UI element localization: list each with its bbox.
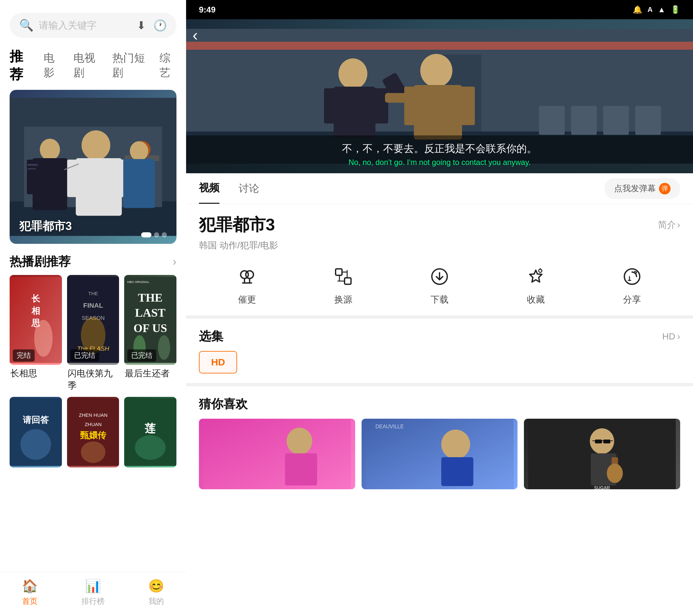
svg-rect-71 <box>336 269 342 275</box>
action-collect[interactable]: 收藏 <box>527 267 545 306</box>
hot-section-header: 热播剧推荐 › <box>0 244 186 275</box>
svg-text:THE: THE <box>88 291 98 296</box>
svg-rect-95 <box>595 440 602 443</box>
svg-point-79 <box>539 269 542 272</box>
svg-rect-72 <box>344 278 351 284</box>
nav-home[interactable]: 🏠 首页 <box>22 578 38 607</box>
tab-shortdrama[interactable]: 热门短剧 <box>112 51 146 80</box>
svg-point-81 <box>624 269 640 284</box>
svg-rect-9 <box>27 168 36 170</box>
svg-text:DEAUVILLE: DEAUVILLE <box>375 424 403 429</box>
drama-card2-1[interactable]: 请回答 <box>9 397 62 468</box>
svg-text:甄嬛传: 甄嬛传 <box>80 431 106 440</box>
nav-tabs: 推荐 电影 电视剧 热门短剧 综艺 <box>0 44 186 90</box>
action-share[interactable]: 分享 <box>623 267 641 306</box>
hot-section-arrow[interactable]: › <box>173 255 176 269</box>
svg-point-102 <box>607 463 623 483</box>
left-panel: 🔍 请输入关键字 ⬇ 🕐 推荐 电影 电视剧 热门短剧 综艺 <box>0 0 186 616</box>
svg-rect-15 <box>123 159 155 208</box>
hero-banner[interactable]: 犯罪都市3 <box>9 90 176 244</box>
download-label: 下载 <box>431 294 449 306</box>
action-cuigeng[interactable]: 催更 <box>238 267 256 306</box>
intro-label: 简介 <box>658 219 676 231</box>
svg-rect-87 <box>285 453 317 485</box>
svg-text:莲: 莲 <box>145 422 156 434</box>
nav-home-label: 首页 <box>22 596 38 607</box>
drama-card2-3[interactable]: 莲 <box>124 397 176 468</box>
svg-text:HBO ORIGINAL: HBO ORIGINAL <box>127 280 150 284</box>
svg-rect-98 <box>611 440 613 441</box>
history-icon[interactable]: 🕐 <box>153 19 167 32</box>
back-button[interactable]: ‹ <box>193 26 198 44</box>
movie-intro-link[interactable]: 简介 › <box>658 219 680 231</box>
drama-card2-2[interactable]: ZHEN HUAN ZHUAN 甄嬛传 <box>67 397 119 468</box>
search-bar[interactable]: 🔍 请输入关键字 ⬇ 🕐 <box>9 13 176 38</box>
tab-discussion[interactable]: 讨论 <box>239 174 259 203</box>
svg-point-43 <box>81 441 105 463</box>
svg-rect-63 <box>404 87 419 125</box>
movie-tags: 韩国 动作/犯罪/电影 <box>199 239 680 252</box>
movie-title-row: 犯罪都市3 简介 › <box>199 214 680 236</box>
drama-card-img-1: 长 相 思 完结 <box>9 275 62 365</box>
drama-card-3[interactable]: HBO ORIGINAL THE LAST OF US 已完结 最后生还者 <box>124 275 176 392</box>
drama-card-img-3: HBO ORIGINAL THE LAST OF US 已完结 <box>124 275 176 365</box>
nav-profile[interactable]: 😊 我的 <box>148 578 164 607</box>
rec-card-3[interactable]: SUGAR <box>524 419 680 489</box>
rec-card-1[interactable] <box>199 419 355 489</box>
svg-text:LAST: LAST <box>135 306 165 319</box>
status-icons: 🔔 A ▲ 🔋 <box>633 5 680 14</box>
tab-video[interactable]: 视频 <box>199 173 219 204</box>
tab-tv[interactable]: 电视剧 <box>74 51 99 80</box>
share-icon <box>623 267 641 290</box>
tab-movie[interactable]: 电影 <box>44 51 61 80</box>
rec-card-2[interactable]: DEAUVILLE <box>361 419 518 489</box>
svg-rect-59 <box>372 88 388 123</box>
action-buttons: 催更 换源 <box>186 258 693 319</box>
status-bar: 9:49 🔔 A ▲ 🔋 <box>186 0 693 19</box>
drama-card-1[interactable]: 长 相 思 完结 长相思 <box>9 275 62 392</box>
svg-point-90 <box>441 430 470 459</box>
episode-section: 选集 HD › HD <box>186 319 693 386</box>
episode-hd-button[interactable]: HD <box>199 351 237 374</box>
nav-ranking-label: 排行榜 <box>81 596 104 607</box>
video-player[interactable]: ‹ <box>186 19 693 173</box>
svg-text:长: 长 <box>32 294 40 303</box>
svg-rect-49 <box>186 42 693 50</box>
svg-rect-97 <box>593 440 595 441</box>
movie-title: 犯罪都市3 <box>199 214 275 236</box>
svg-rect-89 <box>366 419 513 489</box>
svg-rect-57 <box>334 87 375 138</box>
tab-recommend[interactable]: 推荐 <box>9 47 31 83</box>
nav-ranking[interactable]: 📊 排行榜 <box>81 578 104 607</box>
episode-quality[interactable]: HD › <box>662 332 680 342</box>
status-time: 9:49 <box>199 5 216 15</box>
svg-point-67 <box>246 271 254 278</box>
card-badge-1: 完结 <box>13 350 35 362</box>
download-icon[interactable]: ⬇ <box>137 19 146 32</box>
drama-grid: 长 相 思 完结 长相思 THE FINAL SEASON The FLASH <box>0 275 186 392</box>
download-action-icon <box>431 267 449 290</box>
card-title-2: 闪电侠第九季 <box>67 367 119 392</box>
svg-rect-58 <box>324 88 338 123</box>
drama-card-2[interactable]: THE FINAL SEASON The FLASH 已完结 闪电侠第九季 <box>67 275 119 392</box>
svg-rect-96 <box>603 440 611 443</box>
home-icon: 🏠 <box>22 578 38 594</box>
dot-1 <box>141 232 152 237</box>
quality-arrow: › <box>677 332 680 342</box>
subtitle-en: No, no, don't go. I'm not going to conta… <box>199 158 680 167</box>
intro-arrow: › <box>677 220 680 230</box>
svg-text:ZHEN HUAN: ZHEN HUAN <box>79 412 107 418</box>
svg-rect-64 <box>460 87 475 125</box>
search-placeholder[interactable]: 请输入关键字 <box>39 19 132 32</box>
svg-rect-53 <box>603 106 629 135</box>
subtitle-bar: 不，不，不要去。反正我是不会联系你的。 No, no, don't go. I'… <box>186 135 693 173</box>
svg-rect-65 <box>385 93 414 103</box>
dot-2 <box>154 232 159 237</box>
svg-point-10 <box>81 130 111 160</box>
tab-variety[interactable]: 综艺 <box>159 51 176 80</box>
action-download[interactable]: 下载 <box>431 267 449 306</box>
dot-3 <box>162 232 167 237</box>
movie-detail: 犯罪都市3 简介 › 韩国 动作/犯罪/电影 <box>186 204 693 258</box>
action-huanyuan[interactable]: 换源 <box>334 267 352 306</box>
danmu-button[interactable]: 点我发弹幕 弹 <box>605 178 680 199</box>
